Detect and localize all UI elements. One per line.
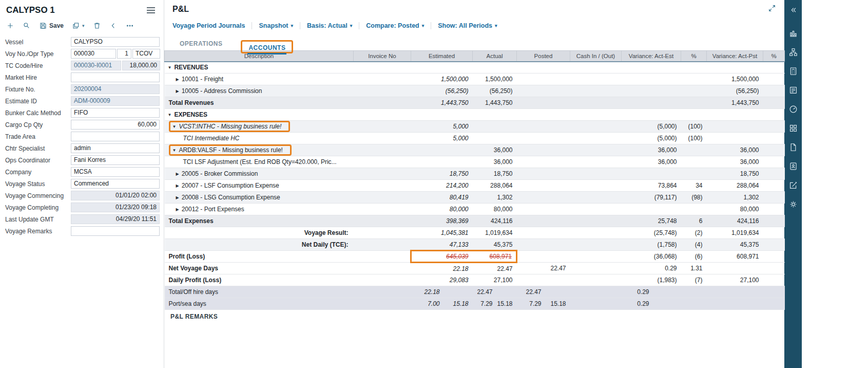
field-values: admin [71, 143, 160, 153]
table-row[interactable]: ▼EXPENSES [165, 109, 785, 121]
field-value[interactable] [71, 226, 160, 236]
table-row[interactable]: Total/Off hire days22.1822.4722.470.29 [165, 286, 785, 298]
cell-vap [707, 133, 763, 144]
table-row[interactable]: Voyage Result:1,045,3811,019,634(25,748)… [165, 227, 785, 239]
expand-icon[interactable] [767, 3, 777, 15]
field-value[interactable]: 20200004 [71, 84, 160, 94]
field-value[interactable]: 1 [117, 49, 131, 59]
field-value[interactable]: ADM-000009 [71, 96, 160, 106]
column-header[interactable]: % [681, 51, 707, 62]
table-row[interactable]: ▶20005 - Broker Commission18,75018,75018… [165, 168, 785, 180]
badge-icon[interactable] [787, 160, 799, 172]
table-row[interactable]: TCI LSF Adjustment (Est. End ROB Qty=420… [165, 156, 785, 168]
table-row[interactable]: ▼VCST:INTHC - Missing business rule!5,00… [165, 121, 785, 133]
table-row[interactable]: ▶20012 - Port Expenses80,00080,00080,000 [165, 204, 785, 215]
column-header[interactable]: % [763, 51, 785, 62]
table-row[interactable]: Total Expenses398,369424,11625,7486424,1… [165, 215, 785, 227]
toolbar-link[interactable]: Compare: Posted▾ [359, 22, 431, 29]
collapse-row-icon[interactable]: ▼ [168, 65, 172, 70]
field-value[interactable]: 04/29/20 11:51 [71, 214, 160, 224]
tab-accounts[interactable]: ACCOUNTS [247, 42, 286, 54]
field-value[interactable]: 01/23/20 09:18 [71, 203, 160, 212]
save-icon[interactable]: Save [39, 22, 64, 30]
collapse-row-icon[interactable]: ▼ [172, 148, 177, 153]
toolbar-link[interactable]: Basis: Actual▾ [300, 22, 359, 29]
collapse-icon[interactable] [787, 4, 799, 15]
calculator-icon[interactable] [787, 65, 799, 77]
more-icon[interactable] [126, 22, 134, 30]
field-value[interactable] [71, 132, 160, 141]
field-value[interactable]: 000030 [71, 49, 116, 59]
gauge-icon[interactable] [787, 103, 799, 115]
expand-row-icon[interactable]: ▶ [176, 89, 179, 94]
cell-inv [354, 215, 411, 227]
table-row[interactable]: Total Revenues1,443,7501,443,7501,443,75… [165, 97, 785, 109]
expand-row-icon[interactable]: ▶ [176, 195, 179, 200]
hierarchy-icon[interactable] [787, 46, 799, 58]
table-row[interactable]: Net Daily (TCE):47,13345,375(1,758)(4)45… [165, 239, 785, 251]
table-row[interactable]: TCI Intermediate HC5,000(5,000)(100) [165, 133, 785, 144]
search-icon[interactable] [23, 22, 31, 30]
field-label: Voyage Completing [5, 204, 71, 211]
table-row[interactable]: ▶10001 - Freight1,500,0001,500,0001,500,… [165, 73, 785, 85]
expand-row-icon[interactable]: ▶ [176, 207, 179, 212]
cell-cash [570, 85, 622, 97]
toolbar-link[interactable]: Voyage Period Journals [172, 22, 252, 29]
field-value[interactable]: admin [71, 143, 160, 153]
field-value[interactable]: FIFO [71, 108, 160, 118]
table-row[interactable]: ▶10005 - Address Commission(56,250)(56,2… [165, 85, 785, 97]
delete-icon[interactable] [93, 22, 101, 30]
table-row[interactable]: Net Voyage Days22.1822.4722.470.291.31 [165, 263, 785, 274]
column-header[interactable]: Invoice No [354, 51, 411, 62]
field-value[interactable]: 01/01/20 02:00 [71, 191, 160, 200]
toolbar-link[interactable]: Show: All Periods▾ [431, 22, 504, 29]
toolbar-link[interactable]: Snapshot▾ [252, 22, 300, 29]
collapse-row-icon[interactable]: ▼ [168, 113, 172, 117]
field-value[interactable] [71, 72, 160, 82]
cell-pae: (98) [681, 192, 707, 204]
description-cell: ▶20008 - LSG Consumption Expense [165, 192, 354, 204]
column-header[interactable]: Variance: Act-Pst [707, 51, 763, 62]
table-row[interactable]: ▼REVENUES [165, 62, 785, 73]
table-row[interactable]: Port/sea days7.0015.187.2915.187.2915.18… [165, 298, 785, 310]
table-row[interactable]: Daily Profit (Loss)29,08327,100(1,983)(7… [165, 274, 785, 286]
grid-icon[interactable] [787, 122, 799, 134]
menu-icon[interactable] [145, 6, 157, 15]
gear-icon[interactable] [787, 198, 799, 210]
field-value[interactable]: 60,000 [71, 120, 160, 130]
cell-pap [763, 251, 785, 263]
field-label: Trade Area [5, 133, 71, 140]
collapse-row-icon[interactable]: ▼ [172, 124, 177, 129]
form-icon[interactable] [787, 84, 799, 96]
expand-row-icon[interactable]: ▶ [176, 183, 179, 188]
field-value[interactable]: MCSA [71, 167, 160, 177]
chart-icon[interactable] [787, 27, 799, 39]
add-icon[interactable] [6, 22, 14, 30]
tab-operations[interactable]: OPERATIONS [179, 38, 223, 50]
cell-pst [517, 239, 570, 251]
edit-icon[interactable] [787, 179, 799, 191]
expand-row-icon[interactable]: ▶ [176, 77, 179, 82]
field-value[interactable]: Commenced [71, 179, 160, 189]
field-value[interactable]: TCOV [132, 49, 160, 59]
copy-icon[interactable]: ▾ [72, 22, 85, 30]
column-header[interactable]: Estimated [411, 51, 473, 62]
field-value[interactable]: Fani Korres [71, 155, 160, 165]
field-value[interactable]: 000030-I0001 [71, 61, 121, 70]
field-value[interactable]: CALYPSO [71, 37, 160, 47]
table-row[interactable]: ▶20008 - LSG Consumption Expense80,4191,… [165, 192, 785, 204]
expand-row-icon[interactable]: ▶ [176, 172, 179, 176]
pl-remarks-header[interactable]: P&L REMARKS [164, 310, 784, 320]
table-row[interactable]: ▼ARDB:VALSF - Missing business rule!36,0… [165, 144, 785, 156]
table-row[interactable]: ▶20007 - LSF Consumption Expense214,2002… [165, 180, 785, 192]
cell-pap [763, 121, 785, 133]
column-header[interactable]: Posted [517, 51, 570, 62]
cell-pap [763, 62, 785, 73]
field-value[interactable]: 18,000.00 [122, 61, 160, 70]
back-icon[interactable] [109, 22, 118, 30]
document-icon[interactable] [787, 141, 799, 153]
column-header[interactable]: Variance: Act-Est [622, 51, 681, 62]
table-row[interactable]: Profit (Loss)645,039608,971(36,068)(6)60… [165, 251, 785, 263]
column-header[interactable]: Cash In / (Out) [570, 51, 622, 62]
column-header[interactable]: Actual [473, 51, 517, 62]
